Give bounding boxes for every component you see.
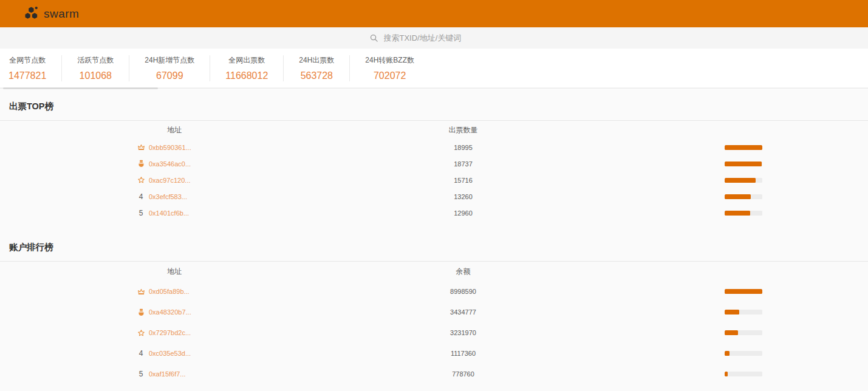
stat-value: 1477821 [9,70,46,81]
rank-number: 4 [135,192,147,201]
brand-name: swarm [44,7,79,21]
bar-fill [725,178,756,183]
search-input[interactable] [384,33,499,42]
table-row: 40xc035e53d...1117360 [0,343,868,364]
stat-item: 全网节点数1477821 [9,55,61,81]
address-link[interactable]: 0xc035e53d... [147,350,202,357]
rank-number: 5 [135,209,147,217]
search-bar[interactable] [369,33,499,42]
table-row: 0xa48320b7...3434777 [0,302,868,322]
stat-label: 全网节点数 [9,55,46,66]
table-row: 0x7297bd2c...3231970 [0,322,868,343]
stat-value: 11668012 [225,70,268,81]
bar-fill [725,289,762,294]
row-value: 1117360 [202,350,725,357]
search-icon [369,33,378,42]
address-link[interactable]: 0xd05fa89b... [147,288,202,295]
column-header-value: 余额 [202,267,725,277]
bar-fill [725,194,751,199]
address-link[interactable]: 0xac97c120... [147,177,202,184]
stat-item: 24H转账BZZ数702072 [349,55,429,81]
table-row: 0xd05fa89b...8998590 [0,281,868,302]
stat-item: 24H新增节点数67099 [129,55,210,81]
row-value: 3231970 [202,329,725,336]
stat-item: 24H出票数563728 [283,55,349,81]
account-ranking-section: 账户排行榜 地址 余额 0xd05fa89b...89985900xa48320… [0,221,868,384]
stat-item: 全网出票数11668012 [210,55,283,81]
stat-item: 活跃节点数101068 [61,55,129,81]
stat-value: 67099 [145,70,194,81]
bar-fill [725,330,738,335]
address-link[interactable]: 0x1401cf6b... [147,209,202,217]
bar-fill [725,372,728,376]
section-title: 账户排行榜 [0,221,868,261]
table-row: 40x3efcf583...13260 [0,188,868,205]
column-header-address: 地址 [147,125,202,135]
table-row: 0xa3546ac0...18737 [0,155,868,172]
stats-section: 全网节点数1477821活跃节点数10106824H新增节点数67099全网出票… [0,49,868,90]
bar-track [725,289,762,294]
row-value: 15716 [202,177,725,184]
address-link[interactable]: 0x7297bd2c... [147,329,202,336]
address-link[interactable]: 0xa48320b7... [147,308,202,316]
table-header: 地址 出票数量 [0,121,868,139]
address-link[interactable]: 0xa3546ac0... [147,160,202,168]
bar-fill [725,351,730,356]
star-icon [135,176,147,184]
medal-icon [135,308,147,316]
stat-label: 24H出票数 [299,55,334,66]
table-row: 50x1401cf6b...12960 [0,205,868,221]
table-body: 0xbb590361...189950xa3546ac0...187370xac… [0,139,868,221]
crown-icon [135,288,147,296]
tickets-top-section: 出票TOP榜 地址 出票数量 0xbb590361...189950xa3546… [0,90,868,221]
stats-scrollbar-thumb[interactable] [3,87,158,89]
bar-fill [725,211,750,216]
row-value: 13260 [202,193,725,200]
bar-track [725,310,762,314]
row-value: 3434777 [202,308,725,316]
brand[interactable]: swarm [23,6,79,21]
stat-value: 101068 [77,70,114,81]
row-value: 12960 [202,209,725,217]
bar-fill [725,162,762,166]
table-row: 0xbb590361...18995 [0,139,868,155]
stat-label: 24H转账BZZ数 [365,55,414,66]
table-row: 0xac97c120...15716 [0,172,868,188]
rank-number: 4 [135,349,147,358]
stats-scrollbar [0,87,868,89]
bar-track [725,211,762,216]
crown-icon [135,143,147,151]
table-header: 地址 余额 [0,262,868,281]
stat-value: 563728 [299,70,334,81]
row-value: 18995 [202,144,725,151]
bar-fill [725,310,739,314]
column-header-value: 出票数量 [202,125,725,135]
bar-track [725,372,762,376]
column-header-address: 地址 [147,267,202,277]
bar-track [725,178,762,183]
address-link[interactable]: 0xbb590361... [147,144,202,151]
address-link[interactable]: 0x3efcf583... [147,193,202,200]
bar-track [725,194,762,199]
rank-number: 5 [135,370,147,378]
table-row: 50xaf15f6f7...778760 [0,364,868,384]
stats-bar: 全网节点数1477821活跃节点数10106824H新增节点数67099全网出票… [0,49,868,90]
stat-label: 全网出票数 [225,55,268,66]
bar-fill [725,145,762,150]
bar-track [725,145,762,150]
bar-track [725,351,762,356]
bar-track [725,330,762,335]
bar-track [725,162,762,166]
star-icon [135,329,147,337]
row-value: 778760 [202,370,725,378]
row-value: 8998590 [202,288,725,295]
address-link[interactable]: 0xaf15f6f7... [147,370,202,378]
row-value: 18737 [202,160,725,168]
medal-icon [135,160,147,168]
section-title: 出票TOP榜 [0,90,868,120]
stat-label: 24H新增节点数 [145,55,194,66]
stat-label: 活跃节点数 [77,55,114,66]
search-strip [0,27,868,49]
swarm-logo-icon [23,6,39,21]
stat-value: 702072 [365,70,414,81]
